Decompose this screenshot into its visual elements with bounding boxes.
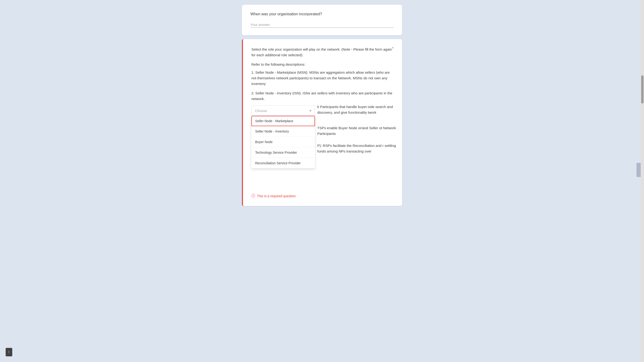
dropdown-trigger[interactable]: Choose ▾ bbox=[252, 106, 315, 116]
error-icon: ⓘ bbox=[252, 194, 255, 198]
required-star: * bbox=[392, 46, 394, 51]
dropdown-menu: Seller Node - Marketplace Seller Node - … bbox=[252, 116, 315, 168]
error-row: ⓘ This is a required question bbox=[252, 194, 394, 198]
answer-input[interactable] bbox=[250, 22, 394, 28]
item1-text: 1. Seller Node - Marketplace (MSN): MSNs… bbox=[252, 70, 394, 86]
bg-text-3: k Participants that handle buyer-side se… bbox=[317, 103, 400, 115]
refer-label: Refer to the following descriptions: bbox=[252, 62, 394, 67]
main-card: * Select the role your organization will… bbox=[242, 39, 402, 206]
exclamation-icon: ! bbox=[8, 350, 10, 354]
top-question-label: When was your organisation incorporated? bbox=[250, 11, 394, 17]
bg-text-5: P): RSPs facilitate the Reconciliation a… bbox=[317, 142, 400, 154]
dropdown-placeholder: Choose bbox=[255, 109, 267, 113]
dropdown-option-0[interactable]: Seller Node - Marketplace bbox=[252, 116, 315, 126]
error-text: This is a required question bbox=[257, 194, 296, 198]
dropdown-option-2[interactable]: Buyer Node bbox=[252, 137, 315, 147]
scrollbar-thumb[interactable] bbox=[641, 75, 644, 104]
feedback-button[interactable]: ! bbox=[6, 348, 12, 356]
chevron-down-icon: ▾ bbox=[310, 108, 312, 113]
dropdown-option-3[interactable]: Technology Service Provider bbox=[252, 147, 315, 158]
tab-handle[interactable] bbox=[636, 163, 641, 177]
main-question-text: Select the role your organization will p… bbox=[252, 46, 394, 58]
page-container: When was your organisation incorporated?… bbox=[157, 0, 487, 362]
item2-text: 2. Seller Node - Inventory (ISN): ISNs a… bbox=[252, 90, 394, 102]
form-area: When was your organisation incorporated?… bbox=[242, 5, 402, 357]
top-card: When was your organisation incorporated? bbox=[242, 5, 402, 35]
scrollbar[interactable] bbox=[641, 0, 644, 362]
dropdown-option-4[interactable]: Reconciliation Service Provider bbox=[252, 158, 315, 168]
dropdown-container: k Participants that handle buyer-side se… bbox=[252, 106, 394, 116]
dropdown-option-1[interactable]: Seller Node - Inventory bbox=[252, 126, 315, 137]
bg-text-4: TSPs enable Buyer Node or/and Seller ot … bbox=[317, 124, 400, 136]
